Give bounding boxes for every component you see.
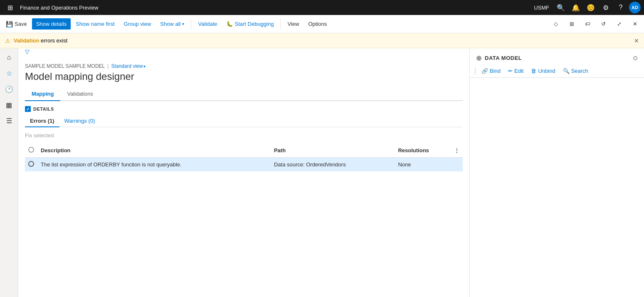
link-icon: 🔗 [481,68,488,74]
view-button[interactable]: View [283,18,303,30]
data-model-header: DATA MODEL [470,52,644,64]
close-icon[interactable]: ✕ [627,17,642,32]
tab-validations[interactable]: Validations [60,87,100,101]
sub-tabs: Errors (1) Warnings (0) [25,115,463,127]
unbind-button[interactable]: 🗑 Unbind [528,66,558,76]
save-button[interactable]: 💾 Save [2,18,31,30]
errors-table: Description Path Resolutions ⋮ The list … [25,144,463,171]
col-description: Description [37,144,271,158]
breadcrumb-separator: | [107,63,109,69]
show-name-first-button[interactable]: Show name first [72,18,118,30]
row-description: The list expression of ORDERBY function … [37,158,271,172]
col-path: Path [271,144,395,158]
main-tabs: Mapping Validations [25,87,463,101]
data-model-dot-right [633,56,637,60]
search-button[interactable]: 🔍 Search [560,66,592,76]
breadcrumb-part1: SAMPLE MODEL SAMPLE MODEL [25,63,105,69]
row-path: Data source: OrderedVendors [271,158,395,172]
sub-tab-warnings[interactable]: Warnings (0) [59,115,100,127]
alert-close-button[interactable]: ✕ [634,37,639,44]
show-all-button[interactable]: Show all ▾ [156,18,188,30]
save-icon: 💾 [6,21,13,27]
tab-mapping[interactable]: Mapping [25,87,60,101]
main-layout: ⌂ ☆ 🕐 ▦ ☰ ▽ SAMPLE MODEL SAMPLE MODEL | … [0,48,644,297]
more-options-icon[interactable]: ⋮ [454,147,459,153]
start-debugging-button[interactable]: 🐛 Start Debugging [222,18,278,30]
validate-button[interactable]: Validate [194,18,221,30]
options-button[interactable]: Options [304,18,331,30]
data-model-title: DATA MODEL [485,55,630,61]
alert-bar: ⚠ Validation errors exist ✕ [0,33,644,48]
details-label: DETAILS [33,106,54,111]
nav-grid-icon[interactable]: ▦ [2,97,17,112]
nav-star-icon[interactable]: ☆ [2,66,17,81]
content-area: ▽ SAMPLE MODEL SAMPLE MODEL | Standard v… [18,48,644,297]
separator2 [280,19,281,29]
warning-icon: ⚠ [5,37,10,44]
toolbar-divider [475,68,476,74]
tag-icon[interactable]: 🏷 [580,17,595,32]
row-resolutions: None [395,158,463,172]
nav-home-icon[interactable]: ⌂ [2,50,17,65]
select-all-radio[interactable] [28,147,34,153]
edit-button[interactable]: ✏ Edit [505,66,527,76]
col-select [25,144,37,158]
diamond-icon[interactable]: ◇ [548,17,563,32]
person-icon[interactable]: 😊 [584,1,597,14]
right-panel: DATA MODEL 🔗 Bind ✏ Edit 🗑 Unbind [469,48,644,297]
app-grid-icon[interactable]: ⊞ [3,1,17,14]
group-view-button[interactable]: Group view [120,18,155,30]
columns-icon[interactable]: ⊞ [564,17,579,32]
command-bar: 💾 Save Show details Show name first Grou… [0,15,644,33]
expand-icon[interactable]: ⤢ [612,17,627,32]
fix-selected-button[interactable]: Fix selected [25,131,463,140]
details-checkbox[interactable]: ✓ [25,106,31,112]
row-radio-cell[interactable] [25,158,37,172]
edit-icon: ✏ [508,68,513,74]
left-panel: ▽ SAMPLE MODEL SAMPLE MODEL | Standard v… [18,48,469,297]
app-title: Finance and Operations Preview [17,5,530,11]
user-label: USMF [530,3,553,12]
nav-history-icon[interactable]: 🕐 [2,82,17,97]
bind-button[interactable]: 🔗 Bind [478,66,504,76]
unbind-icon: 🗑 [531,68,536,74]
chevron-down-icon: ▾ [143,64,146,69]
details-header: ✓ DETAILS [25,106,463,112]
table-header: Description Path Resolutions ⋮ [25,144,463,158]
sub-tab-errors[interactable]: Errors (1) [25,115,59,127]
show-details-button[interactable]: Show details [32,18,71,30]
page-title: Model mapping designer [25,71,463,82]
bell-icon[interactable]: 🔔 [569,1,582,14]
user-avatar[interactable]: AD [629,2,641,13]
left-nav: ⌂ ☆ 🕐 ▦ ☰ [0,48,18,297]
debug-icon: 🐛 [226,21,233,27]
title-bar: ⊞ Finance and Operations Preview USMF 🔍 … [0,0,644,15]
breadcrumb-view-link[interactable]: Standard view ▾ [111,63,146,69]
refresh-icon[interactable]: ↺ [596,17,611,32]
help-icon[interactable]: ? [614,1,627,14]
search-icon: 🔍 [563,68,570,74]
title-bar-right: USMF 🔍 🔔 😊 ⚙ ? AD [530,1,641,14]
breadcrumb: SAMPLE MODEL SAMPLE MODEL | Standard vie… [25,58,463,71]
row-radio[interactable] [28,161,34,167]
alert-message: Validation errors exist [14,37,67,44]
nav-list-icon[interactable]: ☰ [2,113,17,128]
data-model-dot-left [476,56,481,61]
filter-row: ▽ [25,48,463,55]
table-row[interactable]: The list expression of ORDERBY function … [25,158,463,172]
col-resolutions: Resolutions ⋮ [395,144,463,158]
separator [191,19,191,29]
filter-icon[interactable]: ▽ [25,48,30,55]
settings-icon[interactable]: ⚙ [599,1,612,14]
validation-word: Validation [14,37,39,44]
data-model-toolbar: 🔗 Bind ✏ Edit 🗑 Unbind 🔍 Search [470,64,644,78]
search-icon[interactable]: 🔍 [554,1,568,14]
chevron-down-icon: ▾ [182,22,184,26]
